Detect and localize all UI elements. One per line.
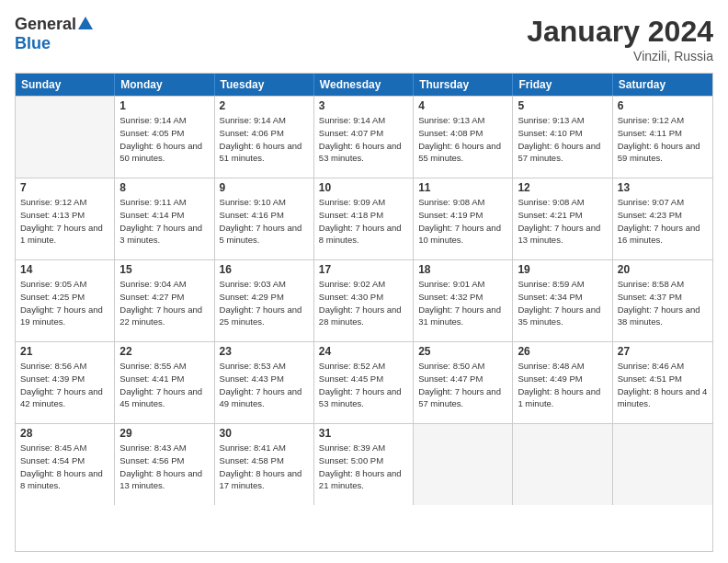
cell-day-number: 17 bbox=[319, 263, 408, 276]
calendar-cell: 29Sunrise: 8:43 AMSunset: 4:56 PMDayligh… bbox=[115, 424, 214, 505]
cell-sun-info: Sunrise: 8:43 AMSunset: 4:56 PMDaylight:… bbox=[119, 442, 209, 492]
cell-sun-info: Sunrise: 8:56 AMSunset: 4:39 PMDaylight:… bbox=[20, 360, 109, 410]
cell-sun-info: Sunrise: 9:07 AMSunset: 4:23 PMDaylight:… bbox=[618, 196, 708, 247]
cell-sun-info: Sunrise: 9:12 AMSunset: 4:11 PMDaylight:… bbox=[618, 114, 708, 165]
calendar-cell bbox=[613, 424, 712, 505]
logo-blue: Blue bbox=[15, 34, 51, 53]
cell-day-number: 6 bbox=[618, 99, 708, 112]
calendar-cell: 15Sunrise: 9:04 AMSunset: 4:27 PMDayligh… bbox=[115, 260, 214, 341]
cell-day-number: 26 bbox=[518, 345, 607, 358]
title-month: January 2024 bbox=[527, 15, 713, 49]
cell-sun-info: Sunrise: 9:05 AMSunset: 4:25 PMDaylight:… bbox=[20, 278, 109, 328]
calendar-cell: 3Sunrise: 9:14 AMSunset: 4:07 PMDaylight… bbox=[314, 97, 414, 178]
cell-day-number: 2 bbox=[220, 99, 309, 112]
calendar-cell: 9Sunrise: 9:10 AMSunset: 4:16 PMDaylight… bbox=[215, 178, 314, 259]
cell-day-number: 15 bbox=[119, 263, 209, 276]
weekday-header: Friday bbox=[513, 74, 612, 96]
cell-day-number: 8 bbox=[119, 181, 209, 194]
cell-sun-info: Sunrise: 9:13 AMSunset: 4:08 PMDaylight:… bbox=[418, 114, 507, 165]
calendar-cell: 18Sunrise: 9:01 AMSunset: 4:32 PMDayligh… bbox=[414, 260, 513, 341]
cell-day-number: 5 bbox=[518, 99, 607, 112]
cell-day-number: 10 bbox=[319, 181, 408, 194]
cell-sun-info: Sunrise: 9:11 AMSunset: 4:14 PMDaylight:… bbox=[119, 196, 209, 247]
calendar-cell: 22Sunrise: 8:55 AMSunset: 4:41 PMDayligh… bbox=[115, 342, 214, 423]
calendar-cell: 11Sunrise: 9:08 AMSunset: 4:19 PMDayligh… bbox=[414, 178, 513, 259]
cell-day-number: 14 bbox=[20, 263, 109, 276]
calendar-cell: 7Sunrise: 9:12 AMSunset: 4:13 PMDaylight… bbox=[16, 178, 115, 259]
cell-sun-info: Sunrise: 9:14 AMSunset: 4:05 PMDaylight:… bbox=[119, 114, 209, 165]
calendar-cell: 13Sunrise: 9:07 AMSunset: 4:23 PMDayligh… bbox=[613, 178, 712, 259]
cell-sun-info: Sunrise: 9:01 AMSunset: 4:32 PMDaylight:… bbox=[418, 278, 507, 328]
cell-sun-info: Sunrise: 9:04 AMSunset: 4:27 PMDaylight:… bbox=[119, 278, 209, 328]
cell-day-number: 23 bbox=[220, 345, 309, 358]
cell-sun-info: Sunrise: 9:08 AMSunset: 4:19 PMDaylight:… bbox=[418, 196, 507, 247]
cell-day-number: 31 bbox=[319, 427, 408, 440]
calendar-cell: 17Sunrise: 9:02 AMSunset: 4:30 PMDayligh… bbox=[314, 260, 414, 341]
cell-sun-info: Sunrise: 8:45 AMSunset: 4:54 PMDaylight:… bbox=[20, 442, 109, 492]
cell-sun-info: Sunrise: 9:10 AMSunset: 4:16 PMDaylight:… bbox=[220, 196, 309, 247]
cell-day-number: 12 bbox=[518, 181, 607, 194]
cell-sun-info: Sunrise: 8:59 AMSunset: 4:34 PMDaylight:… bbox=[518, 278, 607, 328]
cell-day-number: 21 bbox=[20, 345, 109, 358]
title-location: Vinzili, Russia bbox=[527, 49, 713, 63]
cell-day-number: 13 bbox=[618, 181, 708, 194]
calendar-cell: 5Sunrise: 9:13 AMSunset: 4:10 PMDaylight… bbox=[513, 97, 612, 178]
cell-day-number: 27 bbox=[618, 345, 708, 358]
calendar-cell: 6Sunrise: 9:12 AMSunset: 4:11 PMDaylight… bbox=[613, 97, 712, 178]
calendar-row: 28Sunrise: 8:45 AMSunset: 4:54 PMDayligh… bbox=[16, 423, 712, 505]
header: General Blue January 2024 Vinzili, Russi… bbox=[15, 15, 713, 63]
weekday-header: Sunday bbox=[16, 74, 115, 96]
cell-day-number: 30 bbox=[220, 427, 309, 440]
weekday-header: Tuesday bbox=[215, 74, 314, 96]
logo: General Blue bbox=[15, 15, 93, 53]
calendar-cell bbox=[513, 424, 612, 505]
cell-sun-info: Sunrise: 8:39 AMSunset: 5:00 PMDaylight:… bbox=[319, 442, 408, 492]
calendar-cell: 30Sunrise: 8:41 AMSunset: 4:58 PMDayligh… bbox=[215, 424, 314, 505]
weekday-header: Thursday bbox=[414, 74, 513, 96]
calendar-cell: 19Sunrise: 8:59 AMSunset: 4:34 PMDayligh… bbox=[513, 260, 612, 341]
cell-sun-info: Sunrise: 8:53 AMSunset: 4:43 PMDaylight:… bbox=[220, 360, 309, 410]
title-block: January 2024 Vinzili, Russia bbox=[527, 15, 713, 63]
calendar-cell: 25Sunrise: 8:50 AMSunset: 4:47 PMDayligh… bbox=[414, 342, 513, 423]
logo-triangle-icon bbox=[78, 17, 93, 29]
logo-general: General bbox=[15, 15, 76, 34]
calendar-cell: 26Sunrise: 8:48 AMSunset: 4:49 PMDayligh… bbox=[513, 342, 612, 423]
cell-day-number: 24 bbox=[319, 345, 408, 358]
cell-sun-info: Sunrise: 9:14 AMSunset: 4:07 PMDaylight:… bbox=[319, 114, 408, 165]
cell-day-number: 4 bbox=[418, 99, 507, 112]
cell-day-number: 20 bbox=[618, 263, 708, 276]
cell-sun-info: Sunrise: 8:46 AMSunset: 4:51 PMDaylight:… bbox=[618, 360, 708, 410]
calendar-cell: 16Sunrise: 9:03 AMSunset: 4:29 PMDayligh… bbox=[215, 260, 314, 341]
cell-day-number: 7 bbox=[20, 181, 109, 194]
calendar-row: 21Sunrise: 8:56 AMSunset: 4:39 PMDayligh… bbox=[16, 341, 712, 423]
page: General Blue January 2024 Vinzili, Russi… bbox=[0, 0, 728, 563]
cell-day-number: 29 bbox=[119, 427, 209, 440]
calendar-cell: 14Sunrise: 9:05 AMSunset: 4:25 PMDayligh… bbox=[16, 260, 115, 341]
cell-day-number: 11 bbox=[418, 181, 507, 194]
cell-sun-info: Sunrise: 9:12 AMSunset: 4:13 PMDaylight:… bbox=[20, 196, 109, 247]
calendar-cell: 8Sunrise: 9:11 AMSunset: 4:14 PMDaylight… bbox=[115, 178, 214, 259]
calendar-cell: 24Sunrise: 8:52 AMSunset: 4:45 PMDayligh… bbox=[314, 342, 414, 423]
cell-day-number: 19 bbox=[518, 263, 607, 276]
calendar-cell bbox=[16, 97, 115, 178]
cell-day-number: 18 bbox=[418, 263, 507, 276]
cell-sun-info: Sunrise: 8:41 AMSunset: 4:58 PMDaylight:… bbox=[220, 442, 309, 492]
calendar-cell: 23Sunrise: 8:53 AMSunset: 4:43 PMDayligh… bbox=[215, 342, 314, 423]
cell-sun-info: Sunrise: 9:03 AMSunset: 4:29 PMDaylight:… bbox=[220, 278, 309, 328]
cell-sun-info: Sunrise: 8:50 AMSunset: 4:47 PMDaylight:… bbox=[418, 360, 507, 410]
cell-sun-info: Sunrise: 9:14 AMSunset: 4:06 PMDaylight:… bbox=[220, 114, 309, 165]
cell-sun-info: Sunrise: 9:02 AMSunset: 4:30 PMDaylight:… bbox=[319, 278, 408, 328]
calendar-row: 1Sunrise: 9:14 AMSunset: 4:05 PMDaylight… bbox=[16, 96, 712, 178]
calendar-body: 1Sunrise: 9:14 AMSunset: 4:05 PMDaylight… bbox=[16, 96, 712, 505]
cell-day-number: 9 bbox=[220, 181, 309, 194]
cell-day-number: 16 bbox=[220, 263, 309, 276]
cell-sun-info: Sunrise: 9:08 AMSunset: 4:21 PMDaylight:… bbox=[518, 196, 607, 247]
cell-day-number: 1 bbox=[119, 99, 209, 112]
calendar-cell: 20Sunrise: 8:58 AMSunset: 4:37 PMDayligh… bbox=[613, 260, 712, 341]
cell-sun-info: Sunrise: 8:58 AMSunset: 4:37 PMDaylight:… bbox=[618, 278, 708, 328]
cell-day-number: 25 bbox=[418, 345, 507, 358]
calendar-cell: 2Sunrise: 9:14 AMSunset: 4:06 PMDaylight… bbox=[215, 97, 314, 178]
calendar-cell: 31Sunrise: 8:39 AMSunset: 5:00 PMDayligh… bbox=[314, 424, 414, 505]
calendar-cell: 27Sunrise: 8:46 AMSunset: 4:51 PMDayligh… bbox=[613, 342, 712, 423]
calendar-cell bbox=[414, 424, 513, 505]
